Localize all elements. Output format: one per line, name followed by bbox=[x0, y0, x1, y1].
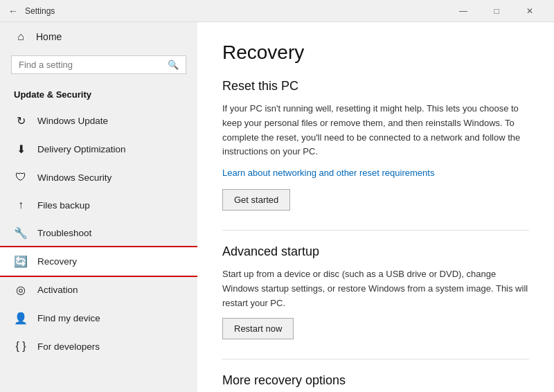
activation-icon: ◎ bbox=[14, 283, 28, 296]
sidebar-item-troubleshoot[interactable]: 🔧 Troubleshoot bbox=[0, 219, 197, 247]
reset-pc-link[interactable]: Learn about networking and other reset r… bbox=[222, 168, 434, 178]
minimize-button[interactable]: — bbox=[447, 0, 479, 22]
reset-pc-title: Reset this PC bbox=[222, 79, 529, 93]
sidebar-item-label: Activation bbox=[37, 285, 78, 295]
search-icon: 🔍 bbox=[168, 60, 179, 70]
get-started-button[interactable]: Get started bbox=[222, 189, 290, 211]
sidebar-item-label: Files backup bbox=[37, 200, 90, 211]
titlebar-title: Settings bbox=[25, 6, 447, 16]
maximize-button[interactable]: □ bbox=[481, 0, 512, 22]
device-icon: 👤 bbox=[14, 312, 28, 325]
sidebar-item-find-my-device[interactable]: 👤 Find my device bbox=[0, 304, 197, 332]
main-layout: ⌂ Home 🔍 Update & Security ↻ Windows Upd… bbox=[0, 22, 554, 392]
sidebar-item-home[interactable]: ⌂ Home bbox=[0, 22, 197, 51]
advanced-startup-description: Start up from a device or disc (such as … bbox=[222, 267, 529, 310]
more-recovery-title: More recovery options bbox=[222, 373, 529, 388]
restart-now-button[interactable]: Restart now bbox=[222, 318, 294, 339]
sidebar-item-delivery-optimization[interactable]: ⬇ Delivery Optimization bbox=[0, 135, 197, 163]
sidebar: ⌂ Home 🔍 Update & Security ↻ Windows Upd… bbox=[0, 22, 197, 392]
sidebar-item-label: Recovery bbox=[37, 256, 77, 267]
sidebar-item-label: Troubleshoot bbox=[37, 228, 91, 238]
home-icon: ⌂ bbox=[14, 30, 28, 43]
content-area: Recovery Reset this PC If your PC isn't … bbox=[197, 22, 554, 392]
divider-2 bbox=[222, 359, 529, 359]
sidebar-section-title: Update & Security bbox=[0, 84, 197, 107]
reset-pc-description: If your PC isn't running well, resetting… bbox=[222, 102, 529, 159]
sidebar-item-for-developers[interactable]: { } For developers bbox=[0, 332, 197, 360]
sidebar-item-label: For developers bbox=[37, 341, 100, 352]
sidebar-item-label: Windows Security bbox=[37, 172, 111, 183]
divider-1 bbox=[222, 230, 529, 231]
back-button[interactable]: ← bbox=[8, 6, 18, 17]
close-button[interactable]: ✕ bbox=[514, 0, 546, 22]
page-title: Recovery bbox=[222, 42, 529, 64]
sidebar-search-box[interactable]: 🔍 bbox=[11, 55, 186, 74]
sidebar-item-windows-security[interactable]: 🛡 Windows Security bbox=[0, 163, 197, 191]
search-input[interactable] bbox=[19, 60, 162, 70]
window-controls: — □ ✕ bbox=[447, 0, 546, 22]
sidebar-home-label: Home bbox=[36, 31, 62, 42]
delivery-icon: ⬇ bbox=[14, 143, 28, 156]
sidebar-item-label: Delivery Optimization bbox=[37, 144, 126, 154]
sidebar-item-label: Windows Update bbox=[37, 116, 108, 126]
titlebar: ← Settings — □ ✕ bbox=[0, 0, 554, 22]
backup-icon: ↑ bbox=[14, 199, 28, 211]
sidebar-item-recovery[interactable]: 🔄 Recovery bbox=[0, 247, 197, 276]
advanced-startup-title: Advanced startup bbox=[222, 244, 529, 259]
sidebar-item-files-backup[interactable]: ↑ Files backup bbox=[0, 191, 197, 219]
sidebar-item-label: Find my device bbox=[37, 313, 100, 323]
wrench-icon: 🔧 bbox=[14, 226, 28, 240]
shield-icon: 🛡 bbox=[14, 171, 28, 184]
developer-icon: { } bbox=[14, 340, 28, 353]
update-icon: ↻ bbox=[14, 114, 28, 127]
sidebar-item-windows-update[interactable]: ↻ Windows Update bbox=[0, 107, 197, 135]
sidebar-item-activation[interactable]: ◎ Activation bbox=[0, 276, 197, 304]
recovery-icon: 🔄 bbox=[14, 255, 28, 268]
